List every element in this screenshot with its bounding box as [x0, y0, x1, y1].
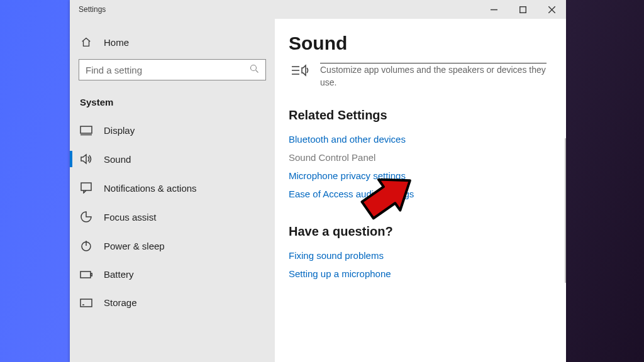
sidebar-item-storage[interactable]: Storage [70, 288, 275, 317]
titlebar: Settings [70, 0, 566, 19]
sidebar-item-display[interactable]: Display [70, 116, 275, 145]
sidebar-item-label: Sound [104, 154, 131, 165]
sidebar-item-label: Power & sleep [104, 241, 165, 251]
svg-rect-13 [80, 299, 92, 307]
content-area: Sound Customize app volumes and the spea… [275, 19, 566, 362]
battery-icon [80, 271, 92, 278]
storage-icon [80, 299, 92, 307]
focus-assist-icon [80, 211, 92, 222]
svg-rect-6 [80, 126, 92, 133]
sidebar-item-focus-assist[interactable]: Focus assist [70, 202, 275, 231]
maximize-button[interactable] [508, 0, 537, 19]
svg-point-4 [251, 65, 257, 71]
app-volume-icon [289, 63, 311, 89]
scrollbar[interactable] [565, 138, 566, 283]
window-body: Home Find a setting System Display So [70, 19, 566, 362]
sidebar-item-label: Notifications & actions [104, 183, 197, 194]
svg-rect-12 [91, 273, 92, 276]
link-microphone-privacy[interactable]: Microphone privacy settings [289, 167, 550, 185]
sidebar-item-label: Storage [104, 297, 137, 308]
settings-window: Settings Home Find a setting [70, 0, 566, 362]
sidebar-item-label: Focus assist [104, 212, 156, 222]
svg-line-5 [256, 70, 258, 73]
display-icon [80, 126, 92, 136]
search-input[interactable]: Find a setting [79, 59, 266, 80]
link-fixing-sound-problems[interactable]: Fixing sound problems [289, 246, 550, 265]
sidebar-item-label: Display [104, 125, 135, 136]
related-settings-heading: Related Settings [289, 108, 550, 123]
maximize-icon [519, 6, 526, 13]
page-title: Sound [289, 33, 550, 54]
app-volume-desc: Customize app volumes and the speakers o… [320, 63, 547, 89]
svg-rect-11 [80, 272, 91, 278]
app-volume-item[interactable]: Customize app volumes and the speakers o… [289, 63, 550, 89]
svg-rect-1 [519, 6, 526, 13]
sidebar-item-sound[interactable]: Sound [70, 145, 275, 173]
have-a-question-heading: Have a question? [289, 224, 550, 239]
sound-icon [80, 153, 92, 165]
power-icon [80, 240, 92, 251]
close-icon [548, 6, 555, 13]
sidebar-item-battery[interactable]: Battery [70, 260, 275, 288]
sidebar-item-notifications[interactable]: Notifications & actions [70, 173, 275, 202]
sidebar-item-power-sleep[interactable]: Power & sleep [70, 231, 275, 260]
link-ease-of-access-audio[interactable]: Ease of Access audio settings [289, 185, 550, 203]
home-label: Home [104, 37, 129, 48]
home-nav[interactable]: Home [70, 30, 275, 54]
minimize-icon [491, 6, 497, 13]
svg-rect-8 [81, 183, 91, 190]
sidebar: Home Find a setting System Display So [70, 19, 275, 362]
search-placeholder: Find a setting [86, 65, 142, 75]
sidebar-item-label: Battery [104, 269, 134, 280]
minimize-button[interactable] [479, 0, 508, 19]
link-sound-control-panel[interactable]: Sound Control Panel [289, 148, 550, 167]
link-bluetooth-devices[interactable]: Bluetooth and other devices [289, 130, 550, 148]
search-icon [250, 64, 259, 75]
sidebar-category: System [70, 92, 275, 116]
link-setting-up-microphone[interactable]: Setting up a microphone [289, 265, 550, 283]
window-title: Settings [70, 5, 106, 14]
home-icon [80, 36, 92, 48]
close-button[interactable] [537, 0, 566, 19]
notifications-icon [80, 182, 92, 194]
